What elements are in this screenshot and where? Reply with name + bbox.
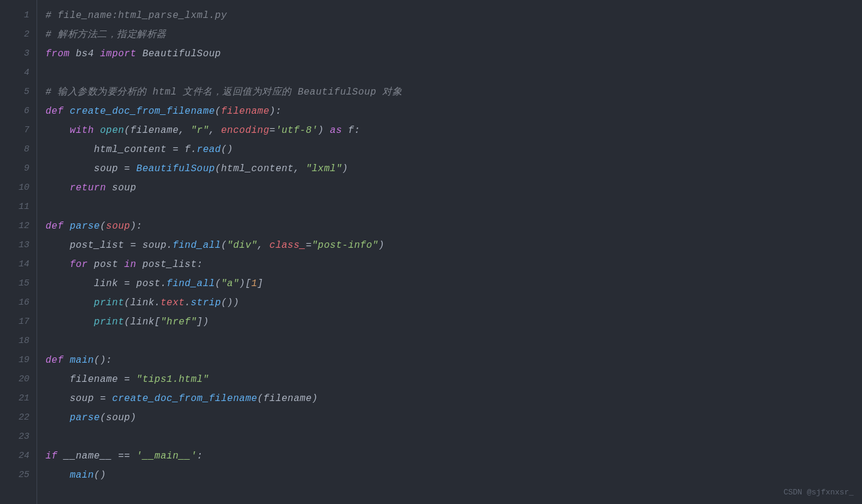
code-token: soup xyxy=(46,163,124,174)
line-number: 22 xyxy=(0,408,29,427)
code-token: soup xyxy=(137,240,167,251)
code-token: 1 xyxy=(252,278,258,289)
code-token: ) xyxy=(130,412,136,423)
line-number: 25 xyxy=(0,466,29,485)
code-token xyxy=(130,163,136,174)
code-token: open xyxy=(100,125,124,136)
code-token xyxy=(130,451,136,462)
code-token xyxy=(46,470,69,481)
code-token: soup xyxy=(46,393,100,404)
code-token: import xyxy=(100,48,137,59)
code-line[interactable]: # 输入参数为要分析的 html 文件名，返回值为对应的 BeautifulSo… xyxy=(46,83,862,102)
code-line[interactable]: soup = create_doc_from_filename(filename… xyxy=(46,389,862,408)
code-token: ( xyxy=(100,221,106,232)
code-token: in xyxy=(124,259,136,270)
code-line[interactable]: def create_doc_from_filename(filename): xyxy=(46,102,862,121)
line-number: 4 xyxy=(0,63,29,83)
code-token: as xyxy=(330,125,342,136)
code-token: html_content xyxy=(46,144,173,155)
code-token: f xyxy=(342,125,354,136)
code-line[interactable]: html_content = f.read() xyxy=(46,140,862,159)
code-token: = xyxy=(100,393,106,404)
code-token: main xyxy=(69,470,93,481)
code-token: ( xyxy=(258,393,264,404)
code-token: ) xyxy=(312,393,318,404)
code-line[interactable]: return soup xyxy=(46,178,862,198)
code-token xyxy=(63,106,69,117)
code-token: with xyxy=(69,125,93,136)
code-line[interactable]: if __name__ == '__main__': xyxy=(46,447,862,466)
code-token: ( xyxy=(100,412,106,423)
code-token: = xyxy=(306,240,311,251)
code-token: . xyxy=(155,297,161,308)
code-line[interactable]: link = post.find_all("a")[1] xyxy=(46,274,862,293)
code-content-area[interactable]: # file_name:html_parse_lxml.py# 解析方法二，指定… xyxy=(37,0,862,504)
code-token: parse xyxy=(69,221,100,232)
code-line[interactable]: filename = "tips1.html" xyxy=(46,370,862,389)
code-token: soup xyxy=(106,221,130,232)
code-token: "href" xyxy=(161,317,197,327)
code-token: find_all xyxy=(173,240,221,251)
code-token: () xyxy=(94,470,106,481)
code-token: = xyxy=(270,125,276,136)
code-token: post xyxy=(130,278,161,289)
code-token: "a" xyxy=(221,278,239,289)
code-token: def xyxy=(46,221,63,232)
code-token: . xyxy=(161,278,167,289)
code-line[interactable]: parse(soup) xyxy=(46,408,862,427)
code-token: html_content xyxy=(221,163,294,174)
code-line[interactable] xyxy=(46,332,862,351)
code-token: ( xyxy=(124,317,130,327)
line-number: 11 xyxy=(0,198,29,217)
code-token: post_list xyxy=(137,259,197,270)
code-token: ( xyxy=(215,106,221,117)
code-token: text xyxy=(161,297,185,308)
code-line[interactable]: main() xyxy=(46,466,862,485)
code-token: # file_name:html_parse_lxml.py xyxy=(46,10,227,21)
line-number: 12 xyxy=(0,217,29,236)
code-line[interactable]: print(link["href"]) xyxy=(46,312,862,332)
code-token: filename xyxy=(264,393,312,404)
code-token: f xyxy=(179,144,190,155)
code-token xyxy=(63,355,69,366)
code-line[interactable]: from bs4 import BeautifulSoup xyxy=(46,44,862,63)
code-token: link xyxy=(130,297,154,308)
line-number: 14 xyxy=(0,255,29,274)
code-token: filename xyxy=(130,125,179,136)
code-line[interactable]: # file_name:html_parse_lxml.py xyxy=(46,6,862,25)
code-token xyxy=(63,221,69,232)
code-token: link xyxy=(130,317,154,327)
code-line[interactable] xyxy=(46,427,862,447)
code-token: '__main__' xyxy=(137,451,197,462)
code-token: ( xyxy=(221,240,227,251)
code-line[interactable]: # 解析方法二，指定解析器 xyxy=(46,25,862,44)
code-token: = xyxy=(173,144,179,155)
code-line[interactable]: def parse(soup): xyxy=(46,217,862,236)
code-token: ): xyxy=(130,221,142,232)
line-number: 24 xyxy=(0,447,29,466)
code-token xyxy=(46,317,94,327)
code-token: soup xyxy=(106,412,130,423)
code-token: filename xyxy=(221,106,270,117)
code-token xyxy=(46,183,69,193)
line-number: 17 xyxy=(0,312,29,332)
code-line[interactable] xyxy=(46,63,862,83)
code-line[interactable]: print(link.text.strip()) xyxy=(46,293,862,312)
code-line[interactable]: for post in post_list: xyxy=(46,255,862,274)
code-token: . xyxy=(185,297,190,308)
code-token: bs4 xyxy=(69,48,100,59)
code-token: ) xyxy=(342,163,348,174)
line-number: 15 xyxy=(0,274,29,293)
code-line[interactable]: def main(): xyxy=(46,351,862,370)
code-line[interactable]: with open(filename, "r", encoding='utf-8… xyxy=(46,121,862,140)
code-token: ) xyxy=(379,240,385,251)
code-token: return xyxy=(69,183,106,193)
code-line[interactable]: post_list = soup.find_all("div", class_=… xyxy=(46,236,862,255)
code-token: strip xyxy=(190,297,221,308)
code-token: create_doc_from_filename xyxy=(112,393,257,404)
code-token: soup xyxy=(106,183,137,193)
code-token: 'utf-8' xyxy=(276,125,318,136)
line-number: 5 xyxy=(0,83,29,102)
code-line[interactable]: soup = BeautifulSoup(html_content, "lxml… xyxy=(46,159,862,178)
code-line[interactable] xyxy=(46,198,862,217)
